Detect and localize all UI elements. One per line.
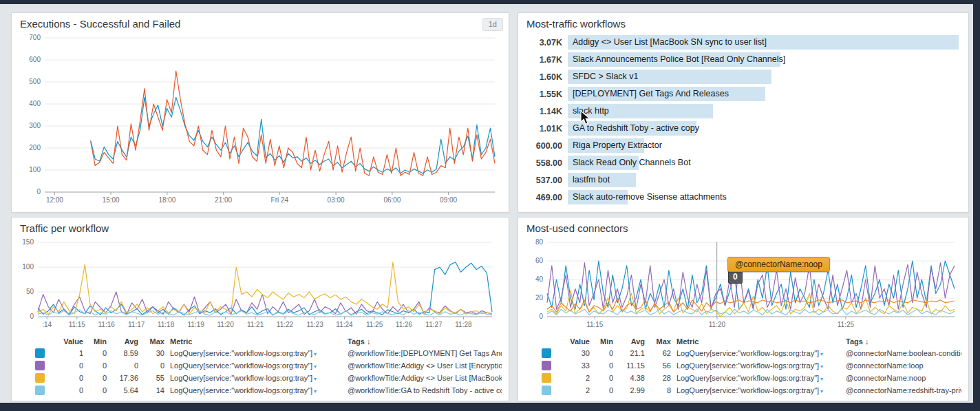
toplist-value: 1.14K — [528, 107, 562, 116]
crosshair-value-badge: 0 — [728, 271, 743, 284]
legend-tag[interactable]: @connectorName:boolean-condition — [846, 349, 961, 357]
panel-most-traffic-workflows: Most-traffic workflows 3.07KAddigy <> Us… — [518, 12, 969, 213]
legend-metric[interactable]: LogQuery[service:"workflow-logs:org:tray… — [170, 361, 342, 370]
toplist-row[interactable]: 1.01KGA to Redshift Toby - active copy — [528, 120, 959, 137]
traffic-per-workflow-chart[interactable]: 050100150:1411:1511:1611:1711:1811:1911:… — [16, 237, 503, 333]
toplist-label: GA to Redshift Toby - active copy — [573, 121, 699, 136]
legend-metric[interactable]: LogQuery[service:"workflow-logs:org:tray… — [677, 349, 840, 357]
legend-color-swatch[interactable] — [542, 373, 551, 383]
legend-value: 0 — [54, 361, 83, 370]
legend-min: 0 — [89, 374, 107, 382]
metric-dropdown-caret-icon[interactable]: ▾ — [314, 388, 317, 394]
legend-tag[interactable]: @connectorName:redshift-tray-private — [846, 386, 961, 394]
legend-tag[interactable]: @workflowTitle:[DEPLOYMENT] Get Tags And… — [348, 349, 502, 357]
toplist-value: 1.60K — [528, 72, 562, 82]
executions-chart[interactable]: 010020030040050060070012:0015:0018:0021:… — [16, 32, 504, 210]
svg-text:11:17: 11:17 — [128, 321, 145, 328]
connectors-legend-table: ValueMinAvgMaxMetricTags ↓30021.162LogQu… — [542, 337, 961, 395]
svg-text:11:15: 11:15 — [586, 321, 604, 328]
toplist-label: SFDC > Slack v1 — [573, 70, 639, 84]
legend-tag[interactable]: @workflowTitle:GA to Redshift Toby - act… — [348, 386, 502, 394]
toplist-row[interactable]: 1.55K[DEPLOYMENT] Get Tags And Releases — [528, 85, 959, 103]
svg-text:400: 400 — [29, 100, 41, 107]
metric-dropdown-caret-icon[interactable]: ▾ — [820, 388, 823, 394]
chart-hover-tooltip: @connectorName:noop — [727, 257, 830, 272]
metric-dropdown-caret-icon[interactable]: ▾ — [820, 376, 823, 382]
svg-text:11:20: 11:20 — [217, 321, 234, 328]
metric-dropdown-caret-icon[interactable]: ▾ — [314, 351, 317, 357]
toplist-label: Slack Announcements Police Bot [Read Onl… — [573, 52, 785, 67]
legend-tag[interactable]: @workflowTitle:Addigy <> User List [MacB… — [348, 374, 502, 382]
legend-avg: 2.99 — [619, 386, 645, 394]
panel-title-traffic-per-workflow: Traffic per workflow — [12, 218, 509, 235]
legend-header-value: Value — [561, 337, 590, 346]
metric-dropdown-caret-icon[interactable]: ▾ — [820, 363, 823, 370]
legend-header-tags[interactable]: Tags ↓ — [846, 337, 961, 346]
metric-dropdown-caret-icon[interactable]: ▾ — [314, 363, 317, 370]
legend-value: 0 — [54, 386, 83, 394]
legend-header-metric: Metric — [677, 337, 840, 346]
legend-tag[interactable]: @connectorName:loop — [846, 361, 961, 370]
svg-text:18:00: 18:00 — [158, 196, 175, 204]
toplist-row[interactable]: 1.14Kslack http — [528, 103, 959, 120]
legend-color-swatch[interactable] — [542, 386, 551, 395]
svg-text:11:21: 11:21 — [247, 321, 264, 328]
svg-text:11:20: 11:20 — [709, 321, 726, 328]
legend-avg: 0 — [112, 361, 138, 370]
toplist-row[interactable]: 600.00Riga Property Extractor — [528, 137, 959, 154]
toplist-row[interactable]: 3.07KAddigy <> User List [MacBook SN syn… — [528, 34, 959, 51]
svg-text:11:24: 11:24 — [336, 321, 353, 328]
metric-dropdown-caret-icon[interactable]: ▾ — [314, 376, 317, 382]
toplist-value: 1.01K — [528, 124, 562, 134]
legend-value: 2 — [561, 386, 590, 394]
svg-text:11:19: 11:19 — [188, 321, 205, 328]
legend-header-tags[interactable]: Tags ↓ — [348, 337, 502, 346]
connectors-chart[interactable]: 02040608011:1511:2011:25 — [524, 237, 961, 333]
legend-min: 0 — [595, 349, 613, 357]
svg-text:20: 20 — [535, 294, 544, 302]
toplist-label: Slack Read Only Channels Bot — [573, 156, 691, 170]
legend-color-swatch[interactable] — [35, 373, 45, 383]
legend-avg: 11.15 — [619, 361, 645, 370]
legend-color-swatch[interactable] — [35, 348, 45, 358]
svg-text:11:28: 11:28 — [455, 321, 472, 328]
toplist-row[interactable]: 1.67KSlack Announcements Police Bot [Rea… — [528, 51, 959, 68]
metric-dropdown-caret-icon[interactable]: ▾ — [820, 351, 823, 357]
legend-value: 2 — [561, 374, 590, 382]
toplist-row[interactable]: 558.00Slack Read Only Channels Bot — [528, 154, 959, 171]
svg-text:06:00: 06:00 — [383, 196, 401, 204]
svg-text:11:26: 11:26 — [396, 321, 413, 328]
toplist-value: 600.00 — [528, 141, 562, 151]
svg-text:11:18: 11:18 — [158, 321, 175, 328]
legend-color-swatch[interactable] — [35, 386, 45, 395]
legend-tag[interactable]: @workflowTitle:Addigy <> User List [Encr… — [348, 361, 502, 370]
svg-text:11:15: 11:15 — [69, 321, 86, 328]
legend-metric[interactable]: LogQuery[service:"workflow-logs:org:tray… — [170, 349, 342, 357]
legend-color-swatch[interactable] — [542, 348, 551, 358]
legend-min: 0 — [89, 349, 107, 357]
legend-metric[interactable]: LogQuery[service:"workflow-logs:org:tray… — [677, 361, 840, 370]
legend-color-swatch[interactable] — [35, 361, 45, 370]
legend-metric[interactable]: LogQuery[service:"workflow-logs:org:tray… — [677, 374, 840, 382]
toplist-value: 469.00 — [528, 193, 562, 202]
svg-text:0: 0 — [539, 313, 543, 320]
legend-value: 33 — [561, 361, 590, 370]
toplist-row[interactable]: 1.60KSFDC > Slack v1 — [528, 68, 959, 85]
svg-text:700: 700 — [29, 34, 41, 41]
toplist-row[interactable]: 469.00Slack auto-remove Sisense attachme… — [528, 189, 959, 206]
toplist-row[interactable]: 537.00lastfm bot — [528, 171, 959, 189]
legend-color-swatch[interactable] — [542, 361, 551, 370]
legend-avg: 21.1 — [619, 349, 645, 357]
legend-metric[interactable]: LogQuery[service:"workflow-logs:org:tray… — [170, 374, 342, 382]
traffic-legend-table: ValueMinAvgMaxMetricTags ↓108.5930LogQue… — [35, 337, 502, 395]
svg-text:600: 600 — [29, 56, 41, 63]
svg-text:21:00: 21:00 — [215, 196, 232, 204]
svg-text:15:00: 15:00 — [103, 196, 120, 204]
legend-metric[interactable]: LogQuery[service:"workflow-logs:org:tray… — [170, 386, 342, 394]
svg-text:11:16: 11:16 — [98, 321, 116, 328]
legend-tag[interactable]: @connectorName:noop — [846, 374, 961, 382]
legend-metric[interactable]: LogQuery[service:"workflow-logs:org:tray… — [677, 386, 840, 394]
legend-max: 14 — [144, 386, 164, 394]
legend-header-max: Max — [144, 337, 164, 346]
svg-text:11:25: 11:25 — [366, 321, 383, 328]
